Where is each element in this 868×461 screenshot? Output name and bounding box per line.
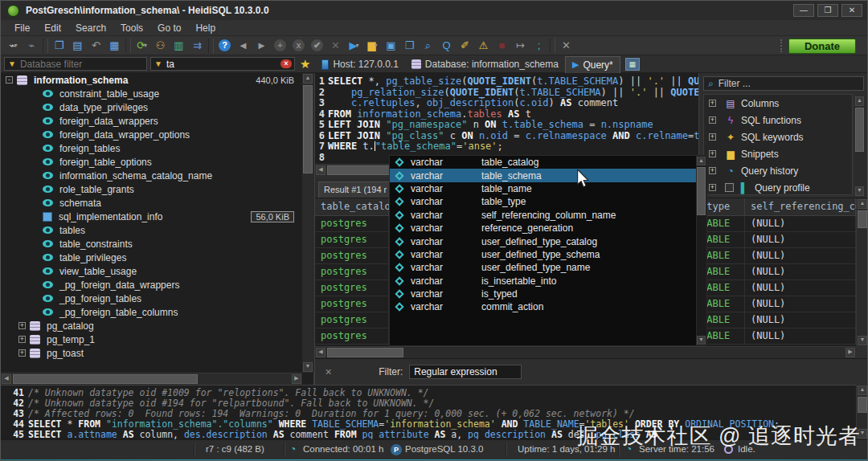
maximize-button[interactable]: ❐ [817,4,838,17]
donate-button[interactable]: Donate [788,39,856,54]
menu-item-go-to[interactable]: Go to [150,21,188,35]
tree-item-foreign_table_options[interactable]: foreign_table_options [1,155,313,169]
grid-cell[interactable]: (NULL) [745,328,856,345]
tab-host-127-0-0-1[interactable]: Host: 127.0.0.1 [315,56,404,73]
user-manager-icon[interactable]: ⚇ [151,37,170,54]
tree-splitter[interactable] [314,73,315,385]
grid-cell[interactable]: (NULL) [745,312,856,328]
autocomplete-item-table_catalog[interactable]: varchartable_catalog [390,156,706,169]
close-button[interactable]: ✕ [841,4,862,17]
helper-item-snippets[interactable]: +▆Snippets [704,145,852,162]
go-first-icon[interactable]: ◄ [234,37,252,54]
expand-icon[interactable]: + [18,322,26,329]
tree-item-_pg_foreign_data_wrappers[interactable]: _pg_foreign_data_wrappers [1,278,313,292]
tree-item-table_constraints[interactable]: table_constraints [1,237,313,251]
semicolon-icon[interactable]: ; [530,37,548,54]
menu-item-file[interactable]: File [7,21,37,35]
grid-cell[interactable]: postgres [315,296,389,312]
collapse-icon[interactable]: - [6,76,13,84]
tree-item-view_table_usage[interactable]: view_table_usage [1,264,313,278]
helper-filter-box[interactable]: ⌕ Filter ... [703,76,864,91]
minimize-button[interactable]: — [793,4,814,17]
grid-cell[interactable]: (NULL) [745,264,856,280]
delete-row-icon[interactable]: x [289,37,308,54]
autocomplete-item-table_type[interactable]: varchartable_type [390,195,706,208]
autocomplete-item-user_defined_type_schema[interactable]: varcharuser_defined_type_schema [390,248,706,261]
tree-item-table_privileges[interactable]: table_privileges [1,251,313,264]
grid-column-header-self_referencing_col[interactable]: self_referencing_col [745,198,856,216]
expand-icon[interactable]: + [709,133,716,141]
find-icon[interactable]: ⌕ [419,37,437,54]
tree-item-pg_toast[interactable]: +pg_toast [1,346,313,360]
result-tab[interactable]: Result #1 (194 r » [318,182,398,198]
cancel-edit-icon[interactable]: ✕ [326,37,345,54]
autocomplete-item-user_defined_type_catalog[interactable]: varcharuser_defined_type_catalog [390,235,706,247]
new-query-tab-icon[interactable]: ▦ [625,58,640,71]
open-file-icon[interactable]: ▆▾ [363,37,382,54]
load-sql-icon[interactable]: ❒ [400,37,419,54]
export-grid-icon[interactable]: ▥ [170,37,188,54]
grid-cell[interactable]: postgres [315,264,389,280]
database-filter-input[interactable] [20,59,143,70]
tree-item-data_type_privileges[interactable]: data_type_privileges [1,100,313,114]
grid-cell[interactable]: (NULL) [745,232,856,248]
toolbar-drag-handle[interactable] [780,39,784,52]
autocomplete-item-reference_generation[interactable]: varcharreference_generation [390,222,706,235]
grid-cell[interactable]: (NULL) [745,296,856,312]
autocomplete-item-table_schema[interactable]: varchartable_schema [390,169,706,182]
tree-item-pg_temp_1[interactable]: +pg_temp_1 [1,332,313,346]
save-icon[interactable]: ▣ [382,37,400,54]
tab-query-[interactable]: ▶Query* [565,56,620,73]
connect-icon[interactable]: ⌁▾ [4,37,23,54]
refresh-icon[interactable]: ⟳▾ [133,37,151,54]
helper-item-sql-functions[interactable]: +ϟSQL functions [704,112,852,129]
sql-editor[interactable]: 1SELECT *, pg_table_size(QUOTE_IDENT(t.T… [315,73,698,164]
clear-filter-icon[interactable]: × [280,59,292,68]
expand-icon[interactable]: + [18,349,26,357]
menu-item-edit[interactable]: Edit [37,21,68,35]
add-row-icon[interactable]: + [271,37,289,54]
tree-item-sql_implementation_info[interactable]: sql_implementation_info56,0 KiB [1,210,313,223]
help-icon[interactable]: ? [215,37,234,54]
helper-item-query-history[interactable]: +◔Query history [704,162,852,179]
expand-icon[interactable]: + [709,167,716,174]
tree-vertical-scrollbar[interactable]: ▲ ▼ [302,73,314,373]
export-server-icon[interactable]: ▦ [105,37,124,54]
grid-cell[interactable]: postgres [315,232,389,248]
tree-item-foreign_data_wrappers[interactable]: foreign_data_wrappers [1,114,313,128]
menu-item-search[interactable]: Search [68,21,113,35]
clear-grid-filter-icon[interactable]: ✕ [325,367,332,377]
grid-cell[interactable]: postgres [315,248,389,264]
undo-icon[interactable]: ↶ [87,37,105,54]
expand-icon[interactable]: + [709,100,716,107]
table-filter-input[interactable] [166,59,291,70]
autocomplete-item-table_name[interactable]: varchartable_name [390,182,706,195]
menu-item-tools[interactable]: Tools [113,21,150,35]
favorites-star-icon[interactable]: ★ [300,57,310,71]
tree-item-pg_catalog[interactable]: +pg_catalog [1,319,313,332]
go-last-icon[interactable]: ► [252,37,271,54]
autocomplete-item-is_insertable_into[interactable]: varcharis_insertable_into [390,275,706,288]
query-profile-checkbox[interactable] [725,183,734,192]
menu-item-help[interactable]: Help [188,21,223,35]
autocomplete-dropdown[interactable]: ▲ ▼ varchartable_catalogvarchartable_sch… [389,155,707,346]
replace-icon[interactable]: Q [437,37,456,54]
autocomplete-item-user_defined_type_name[interactable]: varcharuser_defined_type_name [390,261,706,274]
tree-item-role_table_grants[interactable]: role_table_grants [1,182,313,196]
helper-item-query-profile[interactable]: +▌Query profile [704,179,852,196]
post-icon[interactable]: ✔ [308,37,326,54]
indent-icon[interactable]: ↦ [511,37,530,54]
data-flow-icon[interactable]: ⇉ [188,37,207,54]
run-query-icon[interactable]: ▶▾ [345,37,363,54]
grid-cell[interactable]: postgres [315,312,389,328]
grid-filter-input[interactable] [409,365,522,379]
grid-column-header-table_catalog[interactable]: table_catalog [315,198,389,216]
stop-icon[interactable]: ■ [493,37,511,54]
copy-icon[interactable]: ❐ [50,37,68,54]
tree-item-information_schema[interactable]: -information_schema440,0 KiB [1,73,313,87]
grid-vertical-scrollbar[interactable]: ▲ ▼ [856,198,868,346]
grid-cell[interactable]: (NULL) [745,248,856,264]
helper-item-sql-keywords[interactable]: +✦SQL keywords [704,129,852,145]
autocomplete-item-self_referencing_column_name[interactable]: varcharself_referencing_column_name [390,209,706,222]
tab-database-information-schema[interactable]: Database: information_schema [405,56,565,73]
